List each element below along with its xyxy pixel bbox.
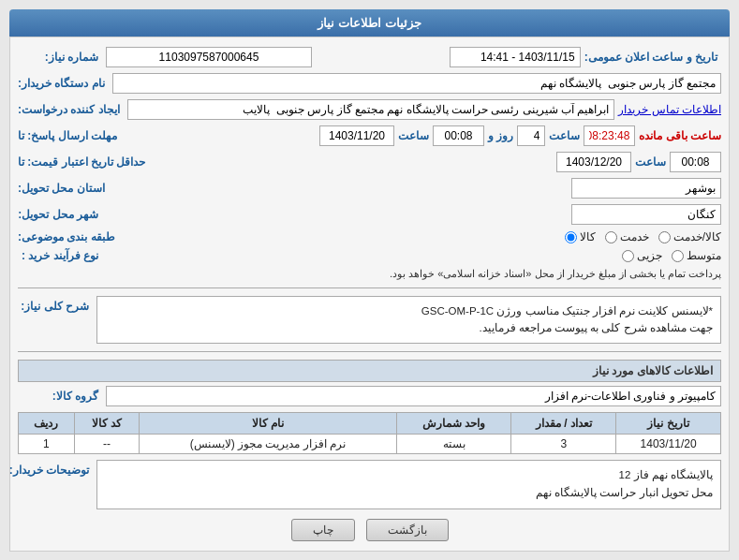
pt-motavaset[interactable]: متوسط [672, 249, 721, 262]
cat-kala[interactable]: کالا [565, 230, 596, 243]
notes-label: توضیحات خریدار: [18, 460, 93, 477]
description-line2: جهت مشاهده شرح کلی به پیوست مراجعه فرمای… [105, 319, 713, 336]
cell-code: -- [74, 434, 139, 453]
buyer-label: نام دستگاه خریدار: [18, 77, 109, 90]
col-name: نام کالا [140, 412, 396, 434]
col-qty: تعداد / مقدار [511, 412, 616, 434]
col-row: ردیف [19, 412, 75, 434]
print-button[interactable]: چاپ [291, 519, 355, 541]
response-deadline-label: مهلت ارسال پاسخ: تا [18, 129, 121, 142]
description-label: شرح کلی نیاز: [18, 296, 93, 313]
contact-link[interactable]: اطلاعات تماس خریدار [618, 103, 721, 116]
creator-label: ایجاد کننده درخواست: [18, 103, 124, 116]
col-code: کد کالا [74, 412, 139, 434]
description-line1: *لایسنس کلاینت نرم افزار جنتیک مناسب ورژ… [105, 302, 713, 319]
date2-input[interactable] [556, 152, 631, 172]
page-title: جزئیات اطلاعات نیاز [9, 9, 730, 37]
request-number-label: شماره نیاز: [18, 51, 102, 64]
goods-table: تاریخ نیاز تعداد / مقدار واحد شمارش نام … [18, 412, 721, 454]
validity-label: حداقل تاریخ اعتبار قیمت: تا [18, 155, 149, 169]
time1-label: ساعت [398, 129, 429, 142]
province-input[interactable] [571, 178, 721, 199]
cell-name: نرم افزار مدیریت مجوز (لایسنس) [140, 434, 396, 453]
cell-unit: بسته [396, 434, 511, 453]
cell-date: 1403/11/20 [616, 434, 721, 453]
time1-input[interactable] [433, 125, 484, 146]
cell-row: 1 [19, 434, 75, 453]
goods-info-title: اطلاعات کالاهای مورد نیاز [18, 360, 721, 382]
city-input[interactable] [571, 204, 721, 225]
cat-kala-khadamat-label: کالا/خدمت [673, 230, 721, 243]
payment-note: پرداخت تمام یا بخشی از مبلغ خریدار از مح… [390, 268, 721, 280]
creator-input[interactable] [127, 99, 615, 120]
remaining-label: ساعت باقی مانده [639, 129, 721, 142]
days-input[interactable] [517, 125, 545, 146]
city-label: شهر محل تحویل: [18, 208, 102, 221]
goods-group-label: گروه کالا: [18, 390, 102, 403]
buyer-input[interactable] [112, 73, 721, 94]
description-box: *لایسنس کلاینت نرم افزار جنتیک مناسب ورژ… [96, 296, 721, 344]
time2-input[interactable] [670, 152, 721, 172]
province-label: استان محل تحویل: [18, 182, 109, 195]
back-button[interactable]: بازگشت [366, 519, 449, 541]
date1-input[interactable] [319, 125, 394, 146]
goods-group-input[interactable] [106, 386, 721, 406]
table-row: 1403/11/20 3 بسته نرم افزار مدیریت مجوز … [19, 434, 721, 453]
pt-motavaset-label: متوسط [687, 249, 721, 262]
cat-kala-label: کالا [580, 230, 596, 243]
notes-line2: محل تحویل انبار حراست پالایشگاه نهم [105, 484, 713, 503]
time2-label: ساعت [635, 155, 666, 169]
hours-label: ساعت [549, 129, 580, 142]
pt-jozvi[interactable]: جزیی [622, 249, 662, 262]
notes-line1: پالایشگاه نهم فاز 12 [105, 466, 713, 485]
cat-khadamat[interactable]: خدمت [605, 230, 649, 243]
cat-khadamat-label: خدمت [620, 230, 649, 243]
category-label: طبقه بندی موضوعی: [18, 230, 119, 243]
date-label: تاریخ و ساعت اعلان عمومی: [584, 51, 721, 64]
pt-jozvi-label: جزیی [637, 249, 662, 262]
date-input[interactable] [450, 47, 581, 67]
remaining-hours-input[interactable] [584, 125, 635, 146]
cell-qty: 3 [511, 434, 616, 453]
col-date: تاریخ نیاز [616, 412, 721, 434]
notes-box: پالایشگاه نهم فاز 12 محل تحویل انبار حرا… [96, 460, 721, 509]
purchase-type-label: نوع فرآیند خرید : [18, 249, 102, 262]
col-unit: واحد شمارش [396, 412, 511, 434]
request-number-input[interactable] [106, 47, 312, 67]
cat-kala-khadamat[interactable]: کالا/خدمت [658, 230, 721, 243]
days-label: روز و [488, 129, 513, 142]
